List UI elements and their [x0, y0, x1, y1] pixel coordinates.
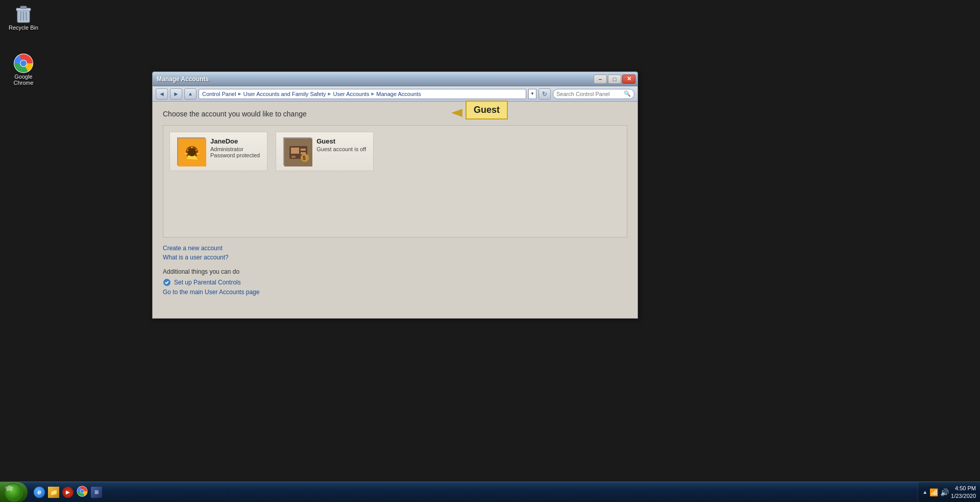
parental-controls-icon [163, 278, 171, 286]
media-player-icon[interactable]: ▶ [62, 487, 74, 498]
explorer-icon[interactable]: 📁 [48, 487, 59, 498]
guest-name: Guest [316, 137, 366, 145]
maximize-button[interactable]: □ [608, 75, 621, 84]
breadcrumb-user-accounts[interactable]: User Accounts [333, 91, 369, 97]
up-button[interactable]: ▲ [184, 88, 197, 100]
volume-icon[interactable]: 🔊 [940, 488, 949, 496]
ie-icon[interactable]: e [34, 487, 45, 498]
additional-section-title: Additional things you can do [163, 268, 627, 275]
breadcrumb-control-panel[interactable]: Control Panel [202, 91, 236, 97]
clock-time: 4:50 PM [951, 485, 976, 492]
guest-account[interactable]: $ Guest Guest account is off [276, 132, 374, 171]
breadcrumb-family-safety[interactable]: User Accounts and Family Safety [243, 91, 326, 97]
svg-rect-2 [20, 6, 27, 9]
create-account-link[interactable]: Create a new account [163, 245, 627, 252]
refresh-button[interactable]: ↻ [538, 88, 551, 100]
accounts-grid: JaneDoe Administrator Password protected [169, 132, 621, 171]
breadcrumb-manage-accounts[interactable]: Manage Accounts [376, 91, 421, 97]
tray-show-hidden[interactable]: ▲ [922, 489, 927, 495]
address-bar: ◄ ► ▲ Control Panel ► User Accounts and … [153, 86, 638, 102]
janedoe-info: JaneDoe Administrator Password protected [210, 137, 260, 158]
chrome-label: Google Chrome [5, 74, 42, 86]
address-path: Control Panel ► User Accounts and Family… [199, 89, 526, 99]
search-icon: 🔍 [624, 90, 631, 97]
cmd-icon[interactable]: ⊞ [91, 487, 102, 498]
system-tray: ▲ 📶 🔊 4:50 PM 1/23/2020 [918, 482, 980, 503]
search-box: 🔍 [553, 89, 634, 99]
minimize-button[interactable]: – [594, 75, 607, 84]
title-bar-buttons: – □ ✕ [594, 75, 635, 84]
title-bar: Manage Accounts – □ ✕ [153, 72, 638, 86]
parental-controls-link[interactable]: Set up Parental Controls [163, 278, 627, 286]
back-button[interactable]: ◄ [156, 88, 168, 100]
additional-section: Additional things you can do Set up Pare… [163, 268, 627, 298]
taskbar-pinned-icons: e 📁 ▶ ⊞ [30, 486, 106, 499]
janedoe-status: Password protected [210, 152, 260, 158]
clock[interactable]: 4:50 PM 1/23/2020 [951, 485, 976, 499]
google-chrome-icon[interactable]: Google Chrome [3, 51, 44, 88]
svg-rect-15 [301, 149, 306, 151]
close-button[interactable]: ✕ [622, 75, 635, 84]
svg-text:$: $ [303, 155, 306, 161]
desktop: Recycle Bin Google Chrome Manage Account… [0, 0, 980, 502]
taskbar: e 📁 ▶ ⊞ ▲ 📶 🔊 4 [0, 482, 980, 502]
guest-avatar: $ [283, 137, 311, 165]
links-section: Create a new account What is a user acco… [163, 245, 627, 263]
svg-line-3 [20, 12, 21, 20]
guest-info: Guest Guest account is off [316, 137, 366, 152]
guest-tooltip-arrow [451, 109, 462, 117]
main-user-accounts-link[interactable]: Go to the main User Accounts page [163, 289, 627, 296]
guest-tooltip-label: Guest [474, 105, 500, 115]
page-title: Choose the account you would like to cha… [163, 110, 627, 118]
recycle-bin-icon[interactable]: Recycle Bin [3, 2, 44, 33]
guest-type: Guest account is off [316, 146, 366, 152]
svg-rect-14 [291, 148, 299, 154]
chrome-svg [13, 53, 34, 74]
janedoe-name: JaneDoe [210, 137, 260, 145]
janedoe-avatar [177, 137, 205, 165]
svg-rect-17 [291, 156, 296, 158]
janedoe-type: Administrator [210, 146, 260, 152]
address-dropdown[interactable]: ▼ [528, 89, 536, 99]
recycle-bin-svg [13, 4, 34, 25]
chrome-taskbar-icon[interactable] [77, 486, 88, 499]
network-icon[interactable]: 📶 [929, 488, 938, 496]
window-title: Manage Accounts [157, 76, 209, 83]
forward-button[interactable]: ► [170, 88, 182, 100]
start-orb [5, 483, 23, 501]
content-area: Choose the account you would like to cha… [153, 102, 638, 318]
janedoe-account[interactable]: JaneDoe Administrator Password protected [169, 132, 267, 171]
guest-tooltip: Guest [465, 101, 508, 119]
manage-accounts-window: Manage Accounts – □ ✕ ◄ ► ▲ Control Pane… [152, 71, 638, 319]
recycle-bin-label: Recycle Bin [9, 25, 38, 31]
start-button[interactable] [0, 482, 28, 503]
accounts-panel: JaneDoe Administrator Password protected [163, 125, 627, 237]
svg-point-23 [81, 489, 84, 493]
clock-date: 1/23/2020 [951, 492, 976, 499]
what-is-account-link[interactable]: What is a user account? [163, 254, 627, 261]
svg-point-8 [20, 60, 27, 66]
svg-point-11 [188, 148, 196, 156]
svg-line-5 [26, 12, 27, 20]
search-input[interactable] [556, 91, 622, 97]
